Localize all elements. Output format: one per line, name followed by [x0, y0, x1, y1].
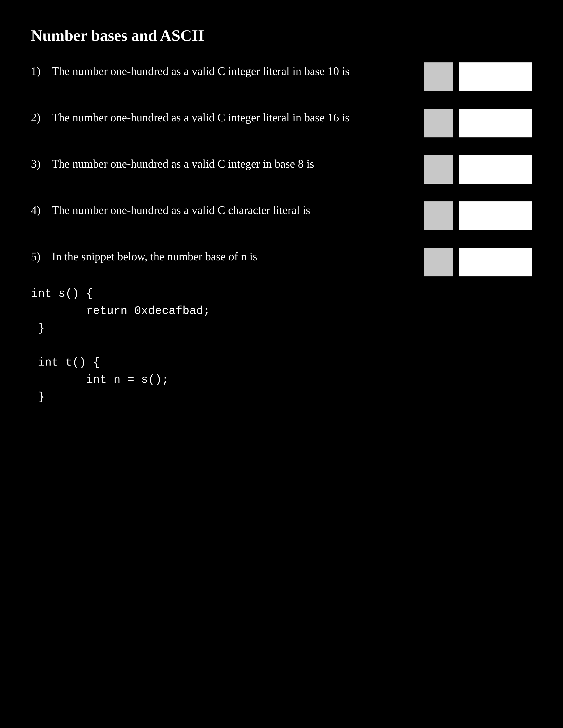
question-5-text: 5) In the snippet below, the number base… [31, 248, 411, 263]
code-block: int s() { return 0xdecafbad; } int t() {… [31, 285, 532, 406]
question-5-top: 5) In the snippet below, the number base… [31, 248, 532, 276]
page-title: Number bases and ASCII [31, 26, 532, 45]
question-1-row: 1) The number one-hundred as a valid C i… [31, 62, 532, 91]
q2-small-box[interactable] [424, 109, 453, 137]
q4-large-box[interactable] [459, 201, 532, 230]
q1-small-box[interactable] [424, 62, 453, 91]
q3-large-box[interactable] [459, 155, 532, 184]
q2-large-box[interactable] [459, 109, 532, 137]
question-5-section: 5) In the snippet below, the number base… [31, 248, 532, 406]
question-2-row: 2) The number one-hundred as a valid C i… [31, 109, 532, 137]
question-3-row: 3) The number one-hundred as a valid C i… [31, 155, 532, 184]
q1-large-box[interactable] [459, 62, 532, 91]
question-2-text: 2) The number one-hundred as a valid C i… [31, 109, 411, 124]
page: Number bases and ASCII 1) The number one… [0, 0, 563, 728]
question-4-answer-boxes [424, 201, 532, 230]
q5-large-box[interactable] [459, 248, 532, 276]
question-5-answer-boxes [424, 248, 532, 276]
question-3-text: 3) The number one-hundred as a valid C i… [31, 155, 411, 170]
q5-small-box[interactable] [424, 248, 453, 276]
question-4-row: 4) The number one-hundred as a valid C c… [31, 201, 532, 230]
question-2-answer-boxes [424, 109, 532, 137]
question-1-text: 1) The number one-hundred as a valid C i… [31, 62, 411, 78]
question-4-text: 4) The number one-hundred as a valid C c… [31, 201, 411, 217]
question-1-answer-boxes [424, 62, 532, 91]
q4-small-box[interactable] [424, 201, 453, 230]
question-3-answer-boxes [424, 155, 532, 184]
q3-small-box[interactable] [424, 155, 453, 184]
